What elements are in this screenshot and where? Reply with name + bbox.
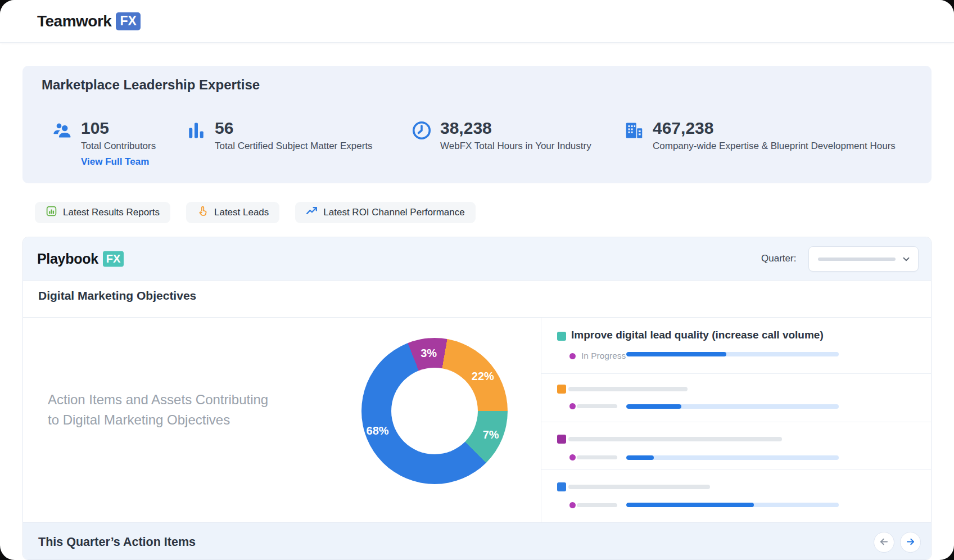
logo-badge: FX	[116, 12, 140, 30]
objective-title-placeholder	[568, 437, 782, 441]
stat-value: 38,238	[440, 119, 591, 137]
quarter-value-placeholder	[818, 258, 896, 261]
stat-value: 105	[81, 119, 156, 137]
chart-caption: Action Items and Assets Contributing to …	[48, 390, 312, 430]
progress-bar	[626, 352, 839, 356]
playbook-card: Playbook FX Quarter: Digital Marketing O…	[22, 237, 932, 560]
donut-chart: 3%22%7%68%	[361, 338, 508, 484]
progress-fill	[626, 503, 754, 507]
objective-bullet	[557, 385, 566, 394]
latest-roi-performance-button[interactable]: Latest ROI Channel Performance	[295, 202, 475, 223]
roi-performance-icon	[306, 205, 318, 220]
next-page-button[interactable]	[900, 532, 921, 553]
stat-company-hours: 467,238 Company-wide Expertise & Bluepri…	[624, 119, 896, 152]
clock-icon	[412, 120, 432, 141]
objective-row	[541, 469, 932, 522]
arrow-right-icon	[905, 536, 916, 549]
objective-title: Improve digital lead quality (increase c…	[571, 329, 824, 341]
objective-status-placeholder	[577, 503, 617, 507]
arrow-left-icon	[879, 536, 889, 549]
status-dot	[569, 353, 576, 359]
objective-status-placeholder	[577, 455, 617, 459]
chart-caption-line2: to Digital Marketing Objectives	[48, 412, 230, 427]
latest-leads-button[interactable]: Latest Leads	[186, 202, 279, 223]
stat-certified-experts: 56 Total Certified Subject Matter Expert…	[186, 119, 373, 152]
objective-row	[541, 422, 932, 469]
latest-results-reports-button[interactable]: Latest Results Reports	[35, 202, 170, 223]
action-items-band: This Quarter’s Action Items	[23, 522, 931, 560]
leads-icon	[197, 205, 209, 220]
objective-bullet	[557, 332, 566, 341]
playbook-logo-badge: FX	[103, 251, 124, 267]
stat-label: Company-wide Expertise & Blueprint Devel…	[653, 141, 896, 152]
stat-label: WebFX Total Hours in Your Industry	[440, 141, 591, 152]
stat-value: 56	[215, 119, 373, 137]
teamworkfx-logo: Teamwork FX	[37, 12, 141, 30]
results-reports-icon	[46, 205, 57, 220]
objective-status-placeholder	[577, 404, 617, 408]
donut-label: 7%	[483, 428, 499, 441]
playbook-header-band: Playbook FX Quarter:	[23, 237, 931, 281]
progress-bar	[626, 503, 839, 507]
progress-fill	[626, 455, 654, 460]
status-dot	[569, 403, 576, 409]
stat-industry-hours: 38,238 WebFX Total Hours in Your Industr…	[412, 119, 591, 152]
chevron-down-icon	[901, 254, 911, 264]
status-dot	[569, 454, 576, 460]
prev-page-button[interactable]	[874, 532, 894, 553]
action-items-title: This Quarter’s Action Items	[38, 535, 196, 549]
playbookfx-logo: Playbook FX	[37, 251, 124, 267]
status-dot	[569, 502, 576, 508]
view-full-team-link[interactable]: View Full Team	[81, 156, 149, 168]
donut-label: 68%	[367, 424, 389, 437]
expertise-title: Marketplace Leadership Expertise	[42, 77, 260, 93]
objective-bullet	[557, 435, 566, 444]
donut-label: 3%	[421, 347, 437, 360]
chip-label: Latest Leads	[214, 207, 269, 218]
objective-bullet	[557, 482, 566, 491]
dashboard-screen: Teamwork FX Marketplace Leadership Exper…	[0, 0, 954, 560]
objective-status: In Progress	[581, 351, 626, 361]
bar-chart-icon	[186, 120, 206, 141]
people-icon	[52, 120, 73, 141]
logo-text: Teamwork	[37, 12, 111, 30]
stat-value: 467,238	[653, 119, 896, 137]
chart-caption-line1: Action Items and Assets Contributing	[48, 392, 268, 407]
objective-row: Improve digital lead quality (increase c…	[541, 317, 932, 373]
stat-total-contributors: 105 Total Contributors View Full Team	[52, 119, 156, 168]
quick-links: Latest Results Reports Latest Leads Late…	[35, 202, 476, 223]
progress-fill	[626, 352, 726, 356]
objective-title-placeholder	[568, 485, 710, 489]
donut-label: 22%	[472, 369, 494, 382]
objectives-section-title: Digital Marketing Objectives	[38, 289, 196, 302]
stat-label: Total Certified Subject Matter Experts	[215, 141, 373, 152]
building-icon	[624, 120, 644, 141]
donut-hole	[391, 368, 478, 454]
chip-label: Latest Results Reports	[63, 207, 160, 218]
top-bar: Teamwork FX	[0, 0, 954, 43]
progress-fill	[626, 404, 681, 409]
quarter-label: Quarter:	[761, 253, 796, 264]
chip-label: Latest ROI Channel Performance	[323, 207, 464, 218]
expertise-card: Marketplace Leadership Expertise 105 Tot…	[22, 66, 932, 183]
objective-row	[541, 373, 932, 422]
quarter-select[interactable]	[808, 246, 919, 272]
objective-title-placeholder	[568, 387, 688, 391]
progress-bar	[626, 404, 839, 409]
playbook-logo-text: Playbook	[37, 251, 98, 267]
progress-bar	[626, 455, 839, 460]
stat-label: Total Contributors	[81, 141, 156, 152]
